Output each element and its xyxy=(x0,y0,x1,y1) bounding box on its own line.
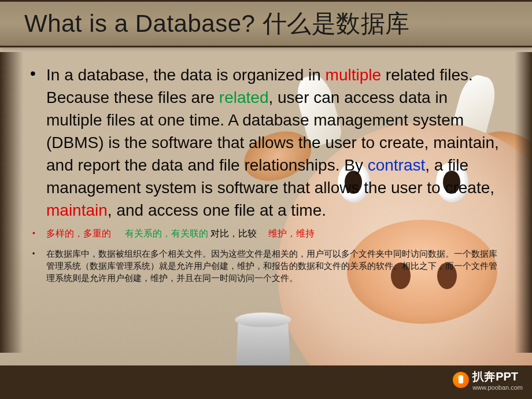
main-paragraph: In a database, the data is organized in … xyxy=(46,64,505,221)
watermark-url: www.pooban.com xyxy=(472,385,523,391)
bottom-band xyxy=(0,365,532,399)
watermark: 扒奔PPT www.pooban.com xyxy=(453,369,523,391)
main-bullet: In a database, the data is organized in … xyxy=(27,64,505,221)
title-bar: What is a Database? 什么是数据库 xyxy=(0,0,532,47)
gloss-multiple: 多样的，多重的 xyxy=(46,228,111,238)
glossary-bullet: 多样的，多重的 有关系的，有关联的 对比，比较 维护，维持 xyxy=(27,227,505,240)
gloss-contrast: 对比，比较 xyxy=(210,228,257,238)
watermark-brand: 扒奔PPT xyxy=(472,370,518,383)
glossary-line: 多样的，多重的 有关系的，有关联的 对比，比较 维护，维持 xyxy=(46,227,505,240)
bucket-icon xyxy=(236,320,290,371)
text: In a database, the data is organized in xyxy=(46,66,326,84)
text: , and access one file at a time. xyxy=(108,201,326,219)
slide-title: What is a Database? 什么是数据库 xyxy=(24,8,410,40)
keyword-contrast: contrast xyxy=(368,156,426,174)
watermark-text: 扒奔PPT www.pooban.com xyxy=(472,369,523,391)
watermark-logo-icon xyxy=(453,372,469,388)
gloss-related: 有关系的，有关联的 xyxy=(125,228,208,238)
translation-text: 在数据库中，数据被组织在多个相关文件。因为这些文件是相关的，用户可以多个文件夹中… xyxy=(46,248,505,285)
keyword-multiple: multiple xyxy=(326,66,381,84)
slide: What is a Database? 什么是数据库 In a database… xyxy=(0,0,532,399)
translation-bullet: 在数据库中，数据被组织在多个相关文件。因为这些文件是相关的，用户可以多个文件夹中… xyxy=(27,248,505,285)
gloss-maintain: 维护，维持 xyxy=(268,228,315,238)
keyword-maintain: maintain xyxy=(46,201,108,219)
slide-content: In a database, the data is organized in … xyxy=(0,47,532,285)
keyword-related: related xyxy=(219,88,269,106)
